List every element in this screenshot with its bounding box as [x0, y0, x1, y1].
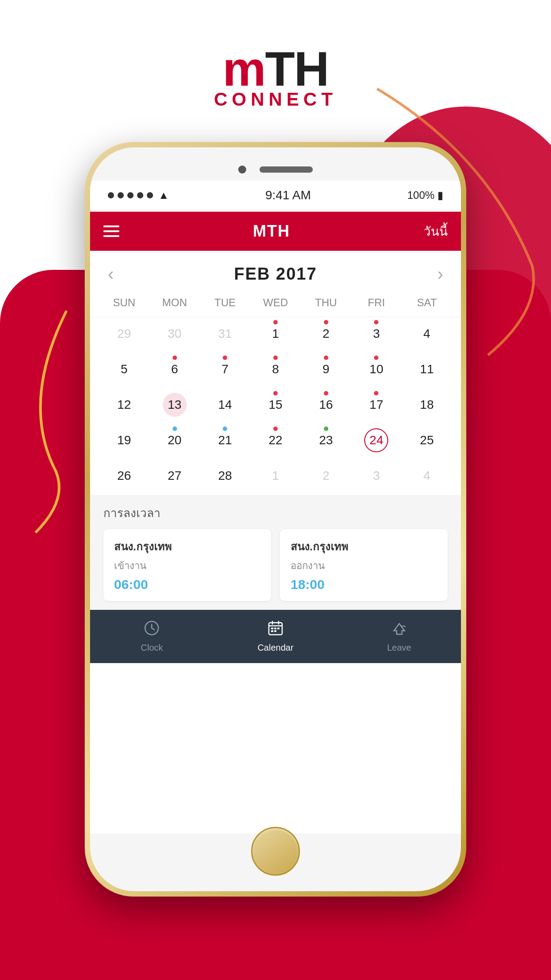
cal-cell-w2-d5[interactable]: 17	[351, 388, 402, 424]
cal-cell-w1-d1[interactable]: 6	[150, 353, 200, 388]
cal-num-w3-d1: 20	[163, 428, 187, 452]
cal-cell-w0-d0[interactable]: 29	[99, 317, 150, 353]
cal-num-w4-d2: 28	[213, 464, 237, 488]
cal-cell-w4-d6[interactable]: 4	[401, 459, 452, 495]
cal-cell-w2-d6[interactable]: 18	[401, 388, 452, 424]
cal-cell-w4-d0[interactable]: 26	[99, 459, 150, 495]
tab-leave[interactable]: Leave	[337, 620, 461, 653]
cal-cell-w1-d3[interactable]: 8	[250, 353, 301, 388]
menu-button[interactable]	[103, 225, 119, 237]
cal-cell-w2-d2[interactable]: 14	[200, 388, 250, 424]
cal-cell-w4-d4[interactable]: 2	[301, 459, 351, 495]
signal-dot-5	[147, 192, 153, 198]
cal-cell-w4-d3[interactable]: 1	[250, 459, 301, 495]
cal-cell-w2-d3[interactable]: 15	[250, 388, 301, 424]
cal-cell-w0-d5[interactable]: 3	[351, 317, 402, 353]
camera-notch	[231, 161, 320, 178]
cal-cell-w3-d5[interactable]: 24	[351, 424, 402, 459]
weekday-thu: THU	[301, 293, 351, 312]
cal-num-w1-d6: 11	[415, 357, 439, 381]
cal-num-w1-d2: 7	[213, 357, 237, 381]
home-button[interactable]	[251, 827, 300, 876]
cal-num-w2-d4: 16	[314, 393, 338, 417]
cal-num-w1-d4: 9	[314, 357, 338, 381]
cal-cell-w4-d1[interactable]: 27	[150, 459, 200, 495]
time-log-card-out: สนง.กรุงเทพ ออกงาน 18:00	[280, 529, 448, 601]
today-button[interactable]: วันนี้	[424, 221, 448, 241]
time-log-cards: สนง.กรุงเทพ เข้างาน 06:00 สนง.กรุงเทพ ออ…	[103, 529, 448, 601]
status-battery: 100% ▮	[407, 189, 443, 202]
weekday-sat: SAT	[401, 293, 452, 312]
status-time: 9:41 AM	[169, 188, 407, 202]
cal-num-w0-d0: 29	[112, 322, 136, 346]
time-log-in-location: สนง.กรุงเทพ	[114, 538, 260, 555]
phone-inner: ▲ 9:41 AM 100% ▮ MTH วันนี้	[90, 147, 461, 891]
cal-cell-w0-d1[interactable]: 30	[150, 317, 200, 353]
signal-dots	[108, 192, 153, 198]
time-log-title: การลงเวลา	[103, 504, 448, 522]
cal-dot-w3-d3	[273, 427, 278, 431]
cal-cell-w3-d1[interactable]: 20	[150, 424, 200, 459]
tab-clock[interactable]: Clock	[90, 620, 214, 653]
weekday-sun: SUN	[99, 293, 150, 312]
phone-screen: MTH วันนี้ ‹ FEB 2017 › SUN MON TUE WED …	[90, 212, 461, 834]
time-log-in-type: เข้างาน	[114, 558, 260, 573]
signal-dot-3	[127, 192, 134, 198]
logo-th: TH	[265, 41, 329, 96]
cal-num-w2-d3: 15	[264, 393, 287, 417]
cal-cell-w0-d3[interactable]: 1	[250, 317, 301, 353]
prev-month-button[interactable]: ‹	[108, 264, 114, 284]
cal-cell-w1-d0[interactable]: 5	[99, 353, 150, 388]
cal-cell-w4-d2[interactable]: 28	[200, 459, 250, 495]
cal-cell-w0-d6[interactable]: 4	[401, 317, 452, 353]
cal-cell-w2-d1[interactable]: 13	[150, 388, 200, 424]
cal-num-w3-d2: 21	[213, 428, 237, 452]
cal-cell-w0-d4[interactable]: 2	[301, 317, 351, 353]
cal-cell-w4-d5[interactable]: 3	[351, 459, 402, 495]
cal-dot-w2-d3	[273, 391, 278, 395]
time-log-out-time: 18:00	[291, 577, 437, 592]
cal-dot-w2-d4	[324, 391, 328, 395]
cal-cell-w1-d4[interactable]: 9	[301, 353, 351, 388]
cal-num-w2-d1: 13	[163, 393, 187, 417]
cal-cell-w1-d6[interactable]: 11	[401, 353, 452, 388]
cal-num-w0-d6: 4	[415, 322, 439, 346]
cal-num-w3-d4: 23	[314, 428, 338, 452]
tab-calendar[interactable]: Calendar	[214, 620, 338, 653]
menu-line-2	[103, 230, 119, 232]
cal-dot-w3-d4	[324, 427, 328, 431]
menu-line-1	[103, 225, 119, 227]
cal-num-w2-d0: 12	[112, 393, 136, 417]
weekday-wed: WED	[250, 293, 301, 312]
status-bar: ▲ 9:41 AM 100% ▮	[90, 181, 461, 209]
cal-dot-w1-d1	[173, 356, 177, 360]
cal-cell-w0-d2[interactable]: 31	[200, 317, 250, 353]
cal-cell-w1-d5[interactable]: 10	[351, 353, 402, 388]
next-month-button[interactable]: ›	[437, 264, 443, 284]
weekday-mon: MON	[150, 293, 200, 312]
cal-cell-w3-d3[interactable]: 22	[250, 424, 301, 459]
calendar-icon	[268, 620, 283, 640]
wifi-icon: ▲	[158, 189, 169, 202]
logo-connect: CONNECT	[214, 89, 337, 110]
calendar-nav: ‹ FEB 2017 ›	[90, 251, 461, 293]
cal-cell-w2-d4[interactable]: 16	[301, 388, 351, 424]
cal-cell-w3-d2[interactable]: 21	[200, 424, 250, 459]
cal-cell-w3-d4[interactable]: 23	[301, 424, 351, 459]
cal-cell-w2-d0[interactable]: 12	[99, 388, 150, 424]
cal-num-w3-d3: 22	[264, 428, 287, 452]
signal-dot-2	[118, 192, 124, 198]
cal-cell-w1-d2[interactable]: 7	[200, 353, 250, 388]
cal-num-w1-d1: 6	[163, 357, 187, 381]
tab-bar: Clock	[90, 610, 461, 663]
cal-num-w0-d2: 31	[213, 322, 237, 346]
svg-rect-13	[271, 628, 273, 629]
menu-line-3	[103, 235, 119, 237]
time-log-out-type: ออกงาน	[291, 558, 437, 573]
cal-dot-w1-d2	[223, 356, 227, 360]
logo-text: mTH	[214, 44, 337, 93]
cal-cell-w3-d6[interactable]: 25	[401, 424, 452, 459]
cal-num-w4-d5: 3	[364, 464, 388, 488]
cal-cell-w3-d0[interactable]: 19	[99, 424, 150, 459]
time-log-card-in: สนง.กรุงเทพ เข้างาน 06:00	[103, 529, 271, 601]
